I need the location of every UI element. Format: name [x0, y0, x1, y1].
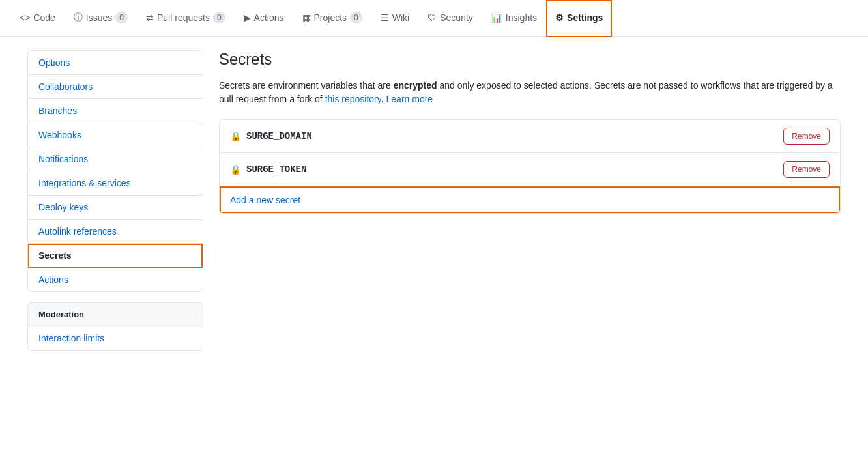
code-icon: <> [20, 12, 30, 23]
nav-code[interactable]: <> Code [10, 0, 65, 37]
sidebar-item-autolink[interactable]: Autolink references [28, 220, 203, 244]
nav-settings[interactable]: ⚙ Settings [546, 0, 612, 37]
insights-icon: 📊 [491, 12, 502, 23]
lock-icon-surge-token: 🔒 [230, 164, 241, 175]
remove-button-surge-domain[interactable]: Remove [783, 128, 830, 145]
description: Secrets are environment variables that a… [219, 79, 841, 106]
sidebar-main-group: Options Collaborators Branches Webhooks … [27, 50, 203, 292]
remove-button-surge-token[interactable]: Remove [783, 161, 830, 178]
projects-icon: ▦ [302, 12, 311, 23]
security-icon: 🛡 [427, 12, 437, 23]
sidebar-item-notifications[interactable]: Notifications [28, 147, 203, 171]
sidebar: Options Collaborators Branches Webhooks … [27, 50, 203, 361]
nav-security[interactable]: 🛡 Security [418, 0, 482, 37]
nav-insights[interactable]: 📊 Insights [482, 0, 546, 37]
description-text-3: . [381, 94, 386, 104]
encrypted-label: encrypted [394, 80, 437, 91]
nav-pull-requests[interactable]: ⇄ Pull requests 0 [137, 0, 235, 37]
projects-badge: 0 [350, 12, 362, 23]
secret-label-surge-domain: SURGE_DOMAIN [246, 131, 312, 141]
sidebar-item-integrations[interactable]: Integrations & services [28, 171, 203, 196]
wiki-icon: ☰ [381, 12, 389, 23]
sidebar-moderation-group: Moderation Interaction limits [27, 302, 203, 351]
sidebar-item-interaction-limits[interactable]: Interaction limits [28, 326, 203, 350]
nav-issues[interactable]: ⓘ Issues 0 [65, 0, 137, 37]
sidebar-item-deploy-keys[interactable]: Deploy keys [28, 196, 203, 220]
sidebar-item-branches[interactable]: Branches [28, 99, 203, 123]
this-repository-link[interactable]: this repository [325, 94, 381, 104]
sidebar-item-webhooks[interactable]: Webhooks [28, 123, 203, 147]
add-secret-row: Add a new secret [220, 186, 840, 213]
pull-requests-badge: 0 [213, 12, 225, 23]
moderation-header: Moderation [28, 303, 203, 326]
nav-wiki[interactable]: ☰ Wiki [371, 0, 418, 37]
nav-projects[interactable]: ▦ Projects 0 [293, 0, 371, 37]
settings-icon: ⚙ [555, 12, 564, 23]
actions-icon: ▶ [244, 12, 251, 23]
pull-requests-icon: ⇄ [146, 12, 154, 23]
sidebar-item-collaborators[interactable]: Collaborators [28, 75, 203, 99]
description-text-1: Secrets are environment variables that a… [219, 80, 394, 91]
page-title: Secrets [219, 50, 841, 68]
secret-label-surge-token: SURGE_TOKEN [246, 164, 306, 175]
secrets-container: 🔒 SURGE_DOMAIN Remove 🔒 SURGE_TOKEN Remo… [219, 119, 841, 214]
sidebar-item-secrets[interactable]: Secrets [28, 244, 203, 268]
nav-actions[interactable]: ▶ Actions [235, 0, 293, 37]
issues-icon: ⓘ [74, 12, 83, 23]
secret-row-surge-token: 🔒 SURGE_TOKEN Remove [220, 153, 840, 186]
sidebar-item-options[interactable]: Options [28, 51, 203, 75]
secret-name-surge-domain: 🔒 SURGE_DOMAIN [230, 131, 312, 142]
top-nav: <> Code ⓘ Issues 0 ⇄ Pull requests 0 ▶ A… [0, 0, 868, 37]
page-layout: Options Collaborators Branches Webhooks … [17, 37, 851, 374]
issues-badge: 0 [115, 12, 128, 23]
secret-row-surge-domain: 🔒 SURGE_DOMAIN Remove [220, 120, 840, 153]
sidebar-item-actions[interactable]: Actions [28, 268, 203, 291]
secret-name-surge-token: 🔒 SURGE_TOKEN [230, 164, 306, 175]
add-secret-link[interactable]: Add a new secret [230, 195, 300, 205]
learn-more-link[interactable]: Learn more [386, 94, 433, 104]
main-content: Secrets Secrets are environment variable… [219, 50, 841, 361]
lock-icon-surge-domain: 🔒 [230, 131, 241, 142]
